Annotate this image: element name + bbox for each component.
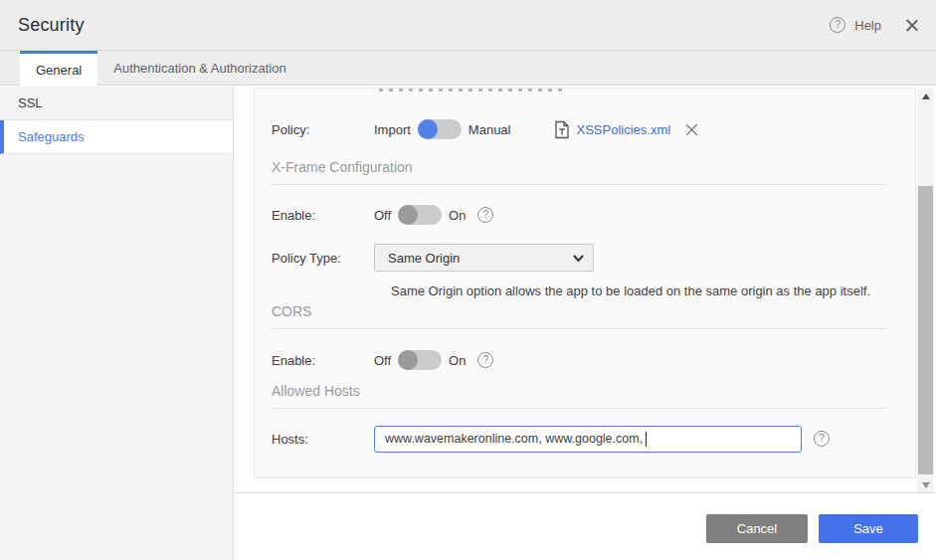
settings-sidebar: SSL Safeguards — [0, 87, 234, 560]
scroll-down-icon[interactable] — [917, 477, 934, 492]
tab-bar: General Authentication & Authorization — [0, 51, 936, 86]
uploaded-policy-file: XSSPolicies.xml — [554, 120, 699, 139]
sidebar-item-ssl[interactable]: SSL — [0, 87, 233, 120]
text-cursor — [646, 432, 647, 447]
cors-enable-row: Enable: Off On ? — [272, 346, 895, 374]
policy-type-helper-text: Same Origin option allows the app to be … — [391, 283, 870, 298]
xframe-enable-row: Enable: Off On ? — [272, 201, 895, 229]
scrollbar-thumb[interactable] — [918, 186, 933, 474]
cancel-button[interactable]: Cancel — [706, 514, 808, 543]
toggle-knob — [398, 350, 418, 370]
safeguards-content: Policy: Import Manual XSSPolicies.xml — [234, 87, 936, 560]
cors-on-label[interactable]: On — [449, 353, 466, 368]
footer-divider — [234, 492, 936, 493]
remove-file-icon[interactable] — [684, 122, 699, 137]
page-title: Security — [18, 15, 85, 36]
hosts-row: Hosts: www.wavemakeronline.com, www.goog… — [272, 425, 895, 453]
policy-type-row: Policy Type: Same Origin — [272, 244, 895, 272]
safeguards-form-panel: Policy: Import Manual XSSPolicies.xml — [254, 88, 916, 478]
xframe-section-title: X-Frame Configuration — [272, 159, 887, 185]
help-icon[interactable]: ? — [830, 17, 845, 33]
sidebar-item-safeguards[interactable]: Safeguards — [0, 120, 233, 154]
policy-manual-label[interactable]: Manual — [468, 122, 511, 137]
allowed-hosts-section-title: Allowed Hosts — [272, 383, 887, 409]
xframe-enable-label: Enable: — [272, 208, 374, 223]
close-icon[interactable] — [904, 18, 919, 33]
policy-row: Policy: Import Manual XSSPolicies.xml — [272, 114, 895, 144]
vertical-scrollbar[interactable] — [917, 89, 934, 492]
cors-enable-help-icon[interactable]: ? — [477, 352, 493, 368]
security-dialog: Security ? Help General Authentication &… — [0, 0, 936, 560]
cors-section-title: CORS — [272, 303, 887, 329]
policy-type-select-wrap: Same Origin — [374, 244, 594, 272]
cors-off-label[interactable]: Off — [374, 353, 391, 368]
policy-label: Policy: — [272, 122, 374, 137]
xframe-on-label[interactable]: On — [449, 208, 466, 223]
hosts-help-icon[interactable]: ? — [814, 431, 830, 447]
hosts-input-value: www.wavemakeronline.com, www.google.com, — [385, 432, 643, 446]
cors-enable-toggle[interactable] — [398, 350, 442, 370]
xframe-enable-toggle[interactable] — [398, 205, 442, 225]
tab-authentication-authorization[interactable]: Authentication & Authorization — [97, 51, 301, 86]
policy-file-link[interactable]: XSSPolicies.xml — [576, 122, 670, 137]
help-link[interactable]: Help — [854, 18, 881, 33]
policy-import-manual-toggle[interactable] — [418, 119, 462, 139]
scrolled-out-row-fragment — [379, 89, 563, 92]
toggle-knob — [418, 119, 438, 139]
hosts-input[interactable]: www.wavemakeronline.com, www.google.com, — [374, 426, 802, 453]
toggle-knob — [398, 205, 418, 225]
xframe-off-label[interactable]: Off — [374, 208, 391, 223]
scroll-up-icon[interactable] — [917, 89, 934, 103]
xframe-enable-help-icon[interactable]: ? — [477, 207, 493, 223]
header-actions: ? Help — [830, 17, 919, 33]
cors-enable-label: Enable: — [272, 353, 374, 368]
policy-type-label: Policy Type: — [272, 251, 374, 266]
xml-file-icon — [554, 120, 570, 139]
policy-import-label[interactable]: Import — [374, 122, 411, 137]
tab-general[interactable]: General — [20, 51, 97, 86]
dialog-header: Security ? Help — [0, 0, 936, 51]
hosts-label: Hosts: — [272, 432, 374, 447]
dialog-body: SSL Safeguards Policy: Import Manual — [0, 87, 936, 560]
policy-type-select[interactable]: Same Origin — [374, 244, 594, 272]
save-button[interactable]: Save — [819, 514, 918, 543]
